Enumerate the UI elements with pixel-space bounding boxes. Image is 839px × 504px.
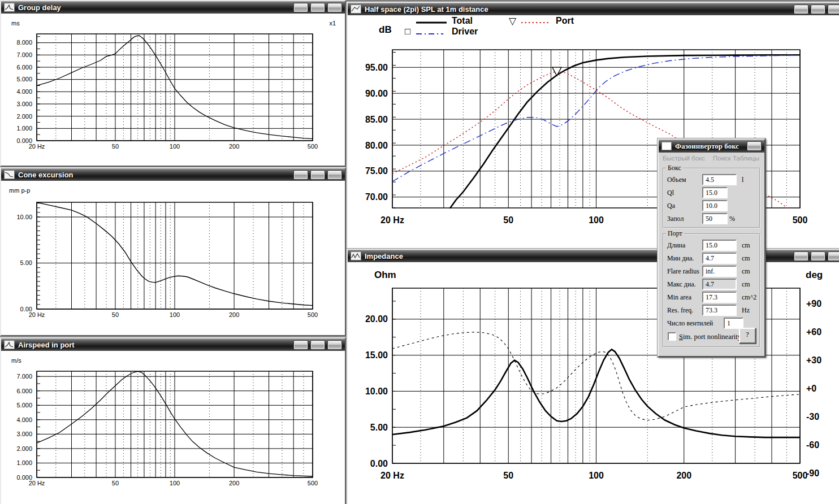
svg-text:95.00: 95.00	[365, 63, 388, 72]
svg-text:7.000: 7.000	[16, 373, 32, 380]
svg-text:20.00: 20.00	[365, 314, 388, 324]
sim-port-nonlinearity-checkbox[interactable]	[668, 332, 676, 341]
titlebar-group-delay[interactable]: Group delay	[1, 1, 345, 14]
dialog-titlebar[interactable]: Фазоинвертор бокс	[659, 140, 764, 153]
minimize-button[interactable]	[293, 340, 308, 350]
svg-text:-60: -60	[806, 440, 819, 450]
field-label: Макс диа.	[667, 280, 696, 289]
svg-text:20 Hz: 20 Hz	[380, 471, 404, 480]
legend-label-port: Port	[556, 16, 574, 26]
flare-radius-input[interactable]: inf.	[702, 266, 737, 277]
svg-text:100: 100	[170, 480, 180, 486]
airspeed-chart-area: 0.0001.0002.0003.0004.0005.0006.0007.000…	[1, 351, 345, 504]
min-area-input[interactable]: 17.3	[702, 292, 737, 303]
svg-text:20 Hz: 20 Hz	[29, 311, 45, 318]
dialog-title: Фазоинвертор бокс	[675, 142, 739, 151]
field-label: Объем	[667, 176, 686, 184]
maximize-button[interactable]	[310, 340, 325, 350]
fill-input[interactable]: 50	[702, 213, 728, 224]
svg-text:100: 100	[589, 471, 604, 480]
close-button[interactable]	[327, 340, 342, 350]
minimize-button[interactable]	[293, 170, 308, 180]
valve-count-input[interactable]: 1	[724, 318, 743, 329]
svg-text:5.000: 5.000	[16, 402, 32, 409]
volume-input[interactable]: 4.5	[702, 174, 737, 185]
maximize-button[interactable]	[811, 5, 825, 14]
max-diameter-input: 4.7	[702, 279, 737, 290]
field-label: Число вентилей	[667, 319, 713, 328]
titlebar-airspeed[interactable]: Airspeed in port	[1, 338, 345, 351]
svg-text:-90: -90	[806, 468, 819, 478]
y-axis-unit: mm p-p	[9, 187, 30, 194]
field-label: Запол	[667, 215, 684, 223]
svg-text:5.00: 5.00	[20, 259, 32, 266]
chart-window-icon	[4, 340, 15, 349]
chart-window-icon	[351, 5, 361, 14]
svg-text:200: 200	[229, 311, 239, 318]
minimize-button[interactable]	[293, 3, 308, 12]
svg-text:20 Hz: 20 Hz	[380, 215, 404, 225]
legend-total-line-sample	[416, 20, 447, 25]
close-button[interactable]	[327, 3, 342, 12]
menu-table-search[interactable]: Поиск Таблицы	[713, 155, 759, 162]
svg-text:15.00: 15.00	[365, 350, 388, 360]
maximize-button[interactable]	[811, 251, 825, 261]
minimize-button[interactable]	[794, 251, 808, 261]
ql-input[interactable]: 15.0	[702, 187, 728, 198]
menu-quick-box[interactable]: Быстрый бокс	[663, 155, 705, 162]
help-button[interactable]: ?	[739, 328, 756, 344]
svg-text:2.000: 2.000	[16, 445, 32, 452]
checkbox-row: Sim. port nonlinearity ?	[666, 330, 757, 345]
field-row-flare-radius: Flare radius inf. cm	[666, 265, 757, 278]
svg-text:20 Hz: 20 Hz	[29, 143, 45, 150]
svg-text:0.00: 0.00	[370, 459, 388, 468]
y-axis-unit: dB	[379, 24, 392, 36]
svg-text:4.000: 4.000	[16, 416, 32, 423]
svg-text:200: 200	[676, 471, 691, 480]
field-row-min-area: Min area 17.3 cm^2	[666, 291, 757, 304]
close-button[interactable]	[828, 5, 839, 14]
min-diameter-input[interactable]: 4.7	[702, 253, 737, 264]
group-port-label: Порт	[666, 229, 684, 238]
svg-text:10.00: 10.00	[16, 214, 32, 220]
scale-note: x1	[329, 20, 336, 27]
svg-text:3.000: 3.000	[16, 431, 32, 437]
desktop: { "x_axis": { "scale": "log", "domain": …	[0, 0, 839, 504]
group-port: Порт Длина 15.0 cm Мин диа. 4.7 cm Flare…	[663, 229, 760, 347]
field-row-ql: Ql 15.0	[666, 186, 757, 199]
legend-label-driver: Driver	[452, 27, 478, 37]
svg-text:7.000: 7.000	[16, 51, 32, 58]
field-label: Min area	[667, 293, 691, 302]
close-button[interactable]	[327, 170, 342, 180]
y-axis-unit-left: Ohm	[374, 270, 396, 281]
square-icon: □	[405, 26, 410, 37]
minimize-button[interactable]	[794, 5, 808, 14]
maximize-button[interactable]	[310, 3, 325, 12]
field-label: Qa	[667, 202, 675, 210]
qa-input[interactable]: 10.0	[702, 200, 728, 211]
svg-text:500: 500	[308, 311, 318, 318]
titlebar-spl[interactable]: Half space (2pi) SPL at 1m distance	[348, 3, 839, 15]
svg-text:2.000: 2.000	[16, 113, 32, 120]
y-axis-unit-right: deg	[806, 270, 823, 281]
window-title: Impedance	[365, 252, 403, 260]
svg-text:85.00: 85.00	[365, 115, 388, 124]
port-length-input[interactable]: 15.0	[702, 240, 737, 251]
svg-text:75.00: 75.00	[365, 166, 388, 176]
group-box: Бокс Объем 4.5 l Ql 15.0 Qa 10.0 Запол 5…	[663, 164, 760, 228]
dialog-minimize-button[interactable]	[747, 141, 762, 151]
field-label: Flare radius	[667, 267, 699, 276]
close-button[interactable]	[828, 251, 839, 261]
group-delay-chart-area: 0.0001.0002.0003.0004.0005.0006.0007.000…	[1, 14, 345, 166]
res-freq-input[interactable]: 73.3	[702, 305, 737, 316]
window-title: Group delay	[18, 3, 61, 12]
svg-text:3.000: 3.000	[16, 101, 32, 107]
svg-text:50: 50	[112, 143, 119, 150]
svg-text:+90: +90	[806, 299, 821, 309]
svg-text:50: 50	[112, 311, 119, 318]
svg-text:500: 500	[793, 215, 808, 225]
legend-driver-line-sample	[416, 32, 444, 36]
titlebar-cone-excursion[interactable]: Cone excursion	[1, 168, 345, 181]
maximize-button[interactable]	[310, 170, 325, 180]
svg-text:1.000: 1.000	[16, 459, 32, 466]
